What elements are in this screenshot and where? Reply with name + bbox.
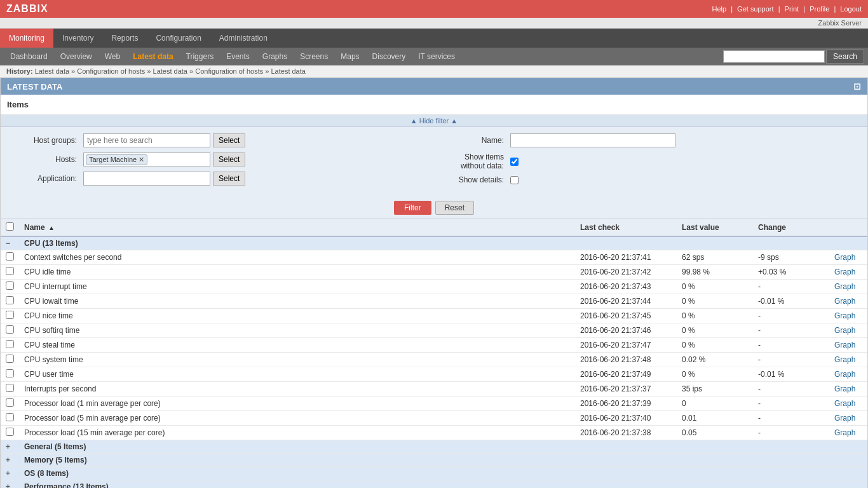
table-row: Processor load (15 min average per core)… xyxy=(1,426,867,440)
reset-button[interactable]: Reset xyxy=(435,201,474,215)
help-link[interactable]: Help xyxy=(712,5,726,13)
expand-icon[interactable]: + xyxy=(6,456,10,464)
row-change: - xyxy=(753,323,829,338)
graph-link[interactable]: Graph xyxy=(834,399,855,408)
row-checkbox[interactable] xyxy=(6,369,14,377)
expand-icon[interactable]: + xyxy=(6,442,10,451)
row-checkbox[interactable] xyxy=(6,311,14,319)
row-checkbox[interactable] xyxy=(6,355,14,363)
row-checkbox[interactable] xyxy=(6,252,14,261)
zabbix-logo: ZABBIX xyxy=(6,3,48,15)
row-checkbox[interactable] xyxy=(6,413,14,421)
filter-row-without-data: Show items without data: xyxy=(440,152,855,170)
host-tag-remove[interactable]: ✕ xyxy=(139,156,144,164)
group-name-cell: General (5 Items) xyxy=(19,440,867,454)
group-expand-col: + xyxy=(1,440,19,454)
graph-link[interactable]: Graph xyxy=(834,384,855,393)
graph-link[interactable]: Graph xyxy=(834,341,855,349)
sub-nav-maps[interactable]: Maps xyxy=(334,48,365,65)
row-checkbox[interactable] xyxy=(6,340,14,348)
graph-link[interactable]: Graph xyxy=(834,326,855,335)
row-last-value: 35 ips xyxy=(677,382,753,396)
filter-hosts-label: Hosts: xyxy=(13,155,77,164)
main-nav-reports[interactable]: Reports xyxy=(102,29,147,48)
sub-nav-overview[interactable]: Overview xyxy=(54,48,98,65)
row-last-check: 2016-06-20 21:37:47 xyxy=(575,338,677,353)
group-expand-col: − xyxy=(1,236,19,250)
row-checkbox[interactable] xyxy=(6,384,14,392)
graph-link[interactable]: Graph xyxy=(834,297,855,306)
row-name: Processor load (5 min average per core) xyxy=(19,411,575,426)
filter-row-application: Application: Select xyxy=(13,172,428,186)
expand-collapse-icon[interactable]: ⊡ xyxy=(853,81,861,92)
print-link[interactable]: Print xyxy=(785,5,799,13)
sort-name-link[interactable]: Name ▲ xyxy=(24,223,55,232)
row-name: Processor load (1 min average per core) xyxy=(19,396,575,411)
filter-hostgroups-select[interactable]: Select xyxy=(213,133,245,147)
main-nav-monitoring[interactable]: Monitoring xyxy=(0,29,53,48)
row-name: Context switches per second xyxy=(19,250,575,265)
logout-link[interactable]: Logout xyxy=(840,5,862,13)
sub-nav-latest-data[interactable]: Latest data xyxy=(126,48,179,65)
filter-without-data-checkbox[interactable] xyxy=(510,158,519,166)
get-support-link[interactable]: Get support xyxy=(737,5,773,13)
row-change: - xyxy=(753,382,829,396)
row-name: Interrupts per second xyxy=(19,382,575,396)
filter-form: Host groups: Select Hosts: Target Machin… xyxy=(1,127,867,197)
filter-button[interactable]: Filter xyxy=(394,201,431,215)
breadcrumb-link-1[interactable]: Latest data xyxy=(35,67,69,75)
sub-nav-web[interactable]: Web xyxy=(98,48,126,65)
row-last-value: 0 % xyxy=(677,338,753,353)
graph-link[interactable]: Graph xyxy=(834,414,855,423)
row-checkbox[interactable] xyxy=(6,296,14,304)
filter-hosts-select[interactable]: Select xyxy=(213,152,245,166)
main-nav-inventory[interactable]: Inventory xyxy=(53,29,102,48)
breadcrumb-link-4[interactable]: Configuration of hosts xyxy=(195,67,263,75)
main-nav-configuration[interactable]: Configuration xyxy=(147,29,210,48)
graph-link[interactable]: Graph xyxy=(834,282,855,291)
expand-icon[interactable]: + xyxy=(6,482,10,488)
filter-name-input[interactable] xyxy=(510,133,675,147)
filter-application-select[interactable]: Select xyxy=(213,172,245,186)
row-last-check: 2016-06-20 21:37:48 xyxy=(575,353,677,367)
graph-link[interactable]: Graph xyxy=(834,355,855,364)
sub-nav-screens[interactable]: Screens xyxy=(294,48,334,65)
row-checkbox[interactable] xyxy=(6,325,14,334)
row-checkbox[interactable] xyxy=(6,428,14,436)
graph-link[interactable]: Graph xyxy=(834,268,855,276)
filter-application-input[interactable] xyxy=(83,172,210,186)
main-nav-administration[interactable]: Administration xyxy=(210,29,276,48)
expand-icon[interactable]: + xyxy=(6,469,10,478)
row-name: CPU softirq time xyxy=(19,323,575,338)
search-button[interactable]: Search xyxy=(826,50,864,64)
sub-nav-triggers[interactable]: Triggers xyxy=(180,48,220,65)
filter-hostgroups-input[interactable] xyxy=(83,133,210,147)
search-input[interactable] xyxy=(723,50,825,63)
graph-link[interactable]: Graph xyxy=(834,428,855,437)
sort-lastcheck-link[interactable]: Last check xyxy=(580,223,620,232)
sub-nav: Dashboard Overview Web Latest data Trigg… xyxy=(0,48,868,65)
graph-link[interactable]: Graph xyxy=(834,253,855,262)
table-row: CPU interrupt time2016-06-20 21:37:430 %… xyxy=(1,280,867,294)
breadcrumb-link-3[interactable]: Latest data xyxy=(153,67,187,75)
sub-nav-events[interactable]: Events xyxy=(220,48,256,65)
row-checkbox[interactable] xyxy=(6,281,14,290)
breadcrumb-link-2[interactable]: Configuration of hosts xyxy=(77,67,145,75)
top-bar: ZABBIX Help | Get support | Print | Prof… xyxy=(0,0,868,18)
graph-link[interactable]: Graph xyxy=(834,370,855,379)
profile-link[interactable]: Profile xyxy=(810,5,829,13)
row-last-check: 2016-06-20 21:37:40 xyxy=(575,411,677,426)
sub-nav-graphs[interactable]: Graphs xyxy=(256,48,294,65)
sub-nav-it-services[interactable]: IT services xyxy=(412,48,461,65)
filter-details-checkbox[interactable] xyxy=(510,176,519,184)
graph-link[interactable]: Graph xyxy=(834,311,855,320)
expand-icon[interactable]: − xyxy=(6,239,10,248)
select-all-checkbox[interactable] xyxy=(6,222,14,231)
filter-name-label: Name: xyxy=(440,136,504,145)
sub-nav-discovery[interactable]: Discovery xyxy=(366,48,412,65)
filter-application-label: Application: xyxy=(13,174,77,183)
filter-toggle[interactable]: ▲ Hide filter ▲ xyxy=(1,115,867,127)
sub-nav-dashboard[interactable]: Dashboard xyxy=(4,48,54,65)
row-checkbox[interactable] xyxy=(6,267,14,275)
row-checkbox[interactable] xyxy=(6,398,14,407)
